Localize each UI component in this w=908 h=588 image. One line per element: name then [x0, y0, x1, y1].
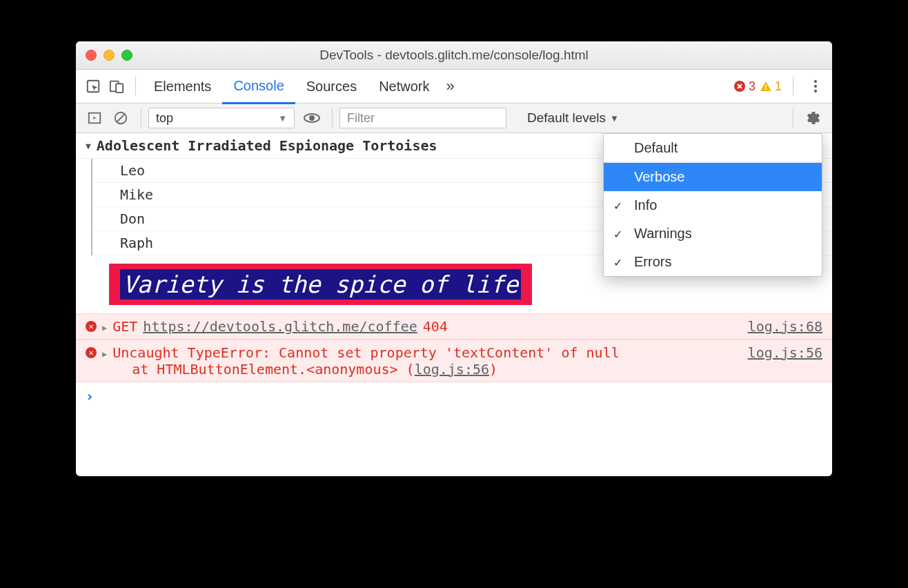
window-title: DevTools - devtools.glitch.me/console/lo… — [76, 48, 832, 63]
error-icon — [733, 80, 746, 92]
more-options-icon[interactable] — [805, 80, 827, 92]
separator — [141, 108, 141, 128]
warning-icon — [760, 80, 772, 92]
warning-count: 1 — [775, 79, 782, 94]
source-link[interactable]: log.js:56 — [748, 344, 822, 361]
svg-rect-2 — [116, 84, 123, 92]
expand-triangle-icon: ▶ — [102, 349, 107, 359]
live-expression-icon[interactable] — [303, 109, 321, 127]
styled-console-message: Variety is the spice of life — [109, 264, 532, 305]
svg-point-9 — [309, 115, 315, 121]
dropdown-label: Verbose — [634, 169, 684, 184]
console-toolbar: top ▼ Filter Default levels ▼ — [76, 104, 832, 133]
expand-triangle-icon: ▼ — [86, 141, 91, 151]
tab-sources[interactable]: Sources — [295, 70, 368, 103]
dropdown-item-warnings[interactable]: ✓ Warnings — [604, 219, 822, 248]
error-url-link[interactable]: https://devtools.glitch.me/coffee — [143, 318, 417, 335]
check-icon: ✓ — [613, 228, 622, 241]
inspect-element-icon[interactable] — [84, 77, 102, 95]
dropdown-item-verbose[interactable]: Verbose — [604, 163, 822, 191]
main-tab-bar: Elements Console Sources Network » 3 1 — [76, 70, 832, 104]
separator — [793, 108, 793, 128]
context-value: top — [156, 111, 173, 126]
error-count: 3 — [749, 79, 756, 94]
chevron-down-icon: ▼ — [610, 113, 619, 124]
expand-triangle-icon: ▶ — [102, 323, 107, 333]
error-status: 404 — [423, 318, 448, 335]
tab-elements[interactable]: Elements — [143, 70, 222, 103]
group-title: Adolescent Irradiated Espionage Tortoise… — [97, 137, 437, 154]
log-levels-dropdown: Default Verbose ✓ Info ✓ Warnings ✓ Erro… — [603, 133, 822, 277]
dropdown-label: Info — [634, 197, 657, 213]
stack-suffix: ) — [489, 361, 497, 378]
clear-console-icon[interactable] — [112, 109, 130, 127]
filter-input[interactable]: Filter — [339, 108, 506, 128]
filter-placeholder: Filter — [347, 111, 375, 126]
execution-context-select[interactable]: top ▼ — [148, 108, 295, 128]
dropdown-label: Errors — [634, 254, 671, 269]
device-toolbar-icon[interactable] — [108, 77, 126, 95]
devtools-window: DevTools - devtools.glitch.me/console/lo… — [76, 41, 832, 476]
separator — [135, 77, 136, 96]
tab-console[interactable]: Console — [222, 69, 295, 104]
warning-count-badge[interactable]: 1 — [760, 79, 782, 94]
error-icon: ✕ — [86, 321, 97, 332]
check-icon: ✓ — [613, 256, 622, 269]
check-icon: ✓ — [613, 199, 622, 213]
dropdown-header[interactable]: Default — [604, 134, 822, 162]
error-message: Uncaught TypeError: Cannot set property … — [112, 344, 620, 361]
console-settings-icon[interactable] — [805, 109, 822, 127]
levels-label: Default levels — [527, 110, 606, 126]
separator — [332, 108, 333, 128]
dropdown-item-info[interactable]: ✓ Info — [604, 191, 822, 219]
stack-source-link[interactable]: log.js:56 — [415, 361, 489, 378]
toggle-console-sidebar-icon[interactable] — [86, 109, 103, 127]
dropdown-item-errors[interactable]: ✓ Errors — [604, 248, 822, 276]
styled-text: Variety is the spice of life — [120, 269, 521, 300]
stack-prefix: at HTMLButtonElement.<anonymous> ( — [132, 361, 414, 378]
svg-rect-5 — [765, 88, 767, 90]
error-icon: ✕ — [86, 347, 97, 358]
log-levels-select[interactable]: Default levels ▼ — [522, 110, 624, 126]
console-prompt[interactable]: › — [76, 382, 832, 410]
svg-rect-4 — [765, 85, 767, 88]
chevron-down-icon: ▼ — [278, 113, 287, 124]
dropdown-label: Warnings — [634, 226, 692, 241]
tabs-overflow-icon[interactable]: » — [441, 77, 460, 95]
tab-network[interactable]: Network — [368, 70, 440, 103]
error-count-badge[interactable]: 3 — [733, 79, 756, 94]
error-method: GET — [112, 318, 137, 335]
source-link[interactable]: log.js:68 — [748, 318, 822, 335]
console-output: ▼ Adolescent Irradiated Espionage Tortoi… — [76, 133, 832, 476]
separator — [793, 77, 793, 96]
network-error-row[interactable]: ✕ ▶ GET https://devtools.glitch.me/coffe… — [76, 313, 832, 340]
title-bar: DevTools - devtools.glitch.me/console/lo… — [76, 41, 832, 70]
